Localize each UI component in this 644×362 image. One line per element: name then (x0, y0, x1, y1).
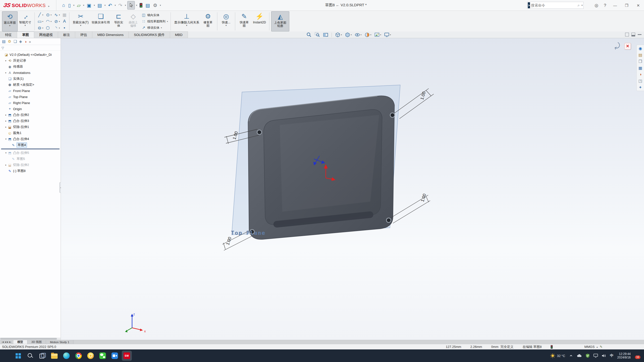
tree-item[interactable]: ▾⬒凸台-拉伸4 (0, 136, 61, 142)
view-settings-button[interactable]: ▾ (384, 32, 391, 38)
tab-solidworks-addins[interactable]: SOLIDWORKS 插件 (129, 31, 170, 38)
dimension-annotation[interactable] (394, 88, 434, 119)
ellipse-tool[interactable]: ⊘▾ (53, 18, 60, 25)
tree-item[interactable]: ▾⬒凸台-拉伸5 (0, 150, 61, 156)
open-file-button[interactable]: ▱ (76, 1, 82, 10)
search-taskbar-button[interactable] (25, 351, 35, 361)
home-button[interactable]: ⌂ (61, 1, 66, 10)
featuremanager-tab-icon[interactable]: ▤ (2, 39, 6, 44)
apply-scene-caret[interactable]: ▾ (380, 34, 381, 36)
panel-tabs-overflow-chevron[interactable]: » (29, 39, 31, 44)
open-file-caret[interactable]: ▾ (82, 4, 85, 7)
move-entities-caret[interactable]: ▾ (161, 27, 162, 29)
rebuild-button[interactable] (138, 1, 144, 10)
tree-item[interactable]: ✎草图5 (0, 156, 61, 162)
trim-entities-button[interactable]: ✂ 剪裁实体(T) ▾ (71, 11, 90, 31)
expand-arrow-icon[interactable]: ▸ (4, 114, 8, 116)
expand-arrow-icon[interactable]: ▾ (4, 138, 8, 140)
tree-item[interactable]: ✎草图4 (0, 142, 61, 148)
ellipse-caret[interactable]: ▾ (59, 20, 60, 23)
dimension-value[interactable]: 1.00 (225, 236, 232, 246)
save-button[interactable]: ▣ (86, 1, 93, 10)
tree-item[interactable]: ▸⬓切除-拉伸1 (0, 124, 61, 130)
line-caret[interactable]: ▾ (42, 14, 43, 16)
undo-caret[interactable]: ▾ (114, 4, 117, 7)
exit-sketch-button[interactable]: ⟲ 退出草图 ▾ (2, 11, 18, 31)
design-library-icon[interactable]: ▤ (638, 53, 642, 57)
tab-mbd-dimensions[interactable]: MBD Dimensions (92, 31, 129, 38)
onedrive-cloud-icon[interactable] (577, 354, 582, 358)
tree-filter-row[interactable]: ▽ (0, 45, 61, 51)
tree-item[interactable]: ▸AAnnotations (0, 70, 61, 76)
expand-arrow-icon[interactable]: ▸ (4, 120, 8, 122)
sketch-fillet-tool[interactable]: ◝▾ (53, 25, 60, 31)
display-style-caret[interactable]: ▾ (351, 34, 352, 36)
pane-split-icon[interactable] (625, 33, 629, 36)
view-orientation-button[interactable]: ▾ (335, 32, 342, 38)
help-icon[interactable]: ? (601, 3, 609, 8)
tab-model[interactable]: 模型 (13, 340, 27, 344)
configurationmanager-tab-icon[interactable]: ❏ (14, 39, 17, 44)
quick-sketch-button[interactable]: ✎ 快速草图 (237, 11, 252, 31)
section-view-button[interactable] (323, 32, 329, 38)
security-shield-icon[interactable] (586, 353, 590, 358)
view-palette-icon[interactable]: ▦ (638, 66, 642, 70)
forum-icon[interactable]: ✦ (639, 85, 642, 90)
speaker-icon[interactable] (602, 354, 606, 358)
tab-3d-views[interactable]: 3D 视图 (27, 340, 46, 344)
slot-tool[interactable]: ⊖▾ (36, 25, 44, 31)
notification-center-button[interactable]: 16 (634, 352, 641, 359)
offset-entities-button[interactable]: ⊏ 等距实体 (111, 11, 126, 31)
appearances-icon[interactable]: ◑ (639, 72, 642, 77)
smart-dimension-button[interactable]: ↔ 智能尺寸 ▾ (18, 11, 33, 31)
tree-item[interactable]: ⌖Origin (0, 106, 61, 112)
search-input[interactable] (531, 3, 577, 7)
search-box[interactable]: > ⌕ ▾ (527, 2, 584, 9)
dimxpertmanager-tab-icon[interactable]: ◈ (19, 39, 22, 44)
model-scene[interactable]: 1.00 1.00 1.00 1.00 Top Plane z x (61, 38, 644, 340)
print-caret[interactable]: ▾ (104, 4, 106, 7)
search-icon[interactable]: ⌕ (577, 3, 581, 8)
edit-appearance-caret[interactable]: ▾ (370, 34, 371, 36)
tab-scroll-first-icon[interactable]: |◀ (2, 341, 4, 343)
options-button[interactable]: ⚙ (152, 1, 158, 10)
new-file-caret[interactable]: ▾ (72, 4, 75, 7)
tab-scroll-last-icon[interactable]: ▶| (9, 341, 11, 343)
units-caret-icon[interactable]: ▴ (597, 346, 598, 348)
tree-item[interactable]: ◪V2.0 (Default) <<Default>_Di (0, 52, 61, 58)
weather-widget[interactable]: 32 °C (550, 353, 565, 358)
select-tool-button[interactable] (127, 1, 135, 10)
tree-item[interactable]: ◵圆角1 (0, 130, 61, 136)
tree-item[interactable]: ◉传感器 (0, 64, 61, 70)
file-properties-button[interactable]: ▤ (144, 1, 151, 10)
line-tool[interactable]: ╱▾ (36, 12, 44, 18)
hide-show-items-button[interactable]: ▾ (354, 32, 362, 38)
dimension-value[interactable]: 1.00 (420, 91, 427, 100)
confirm-exit-sketch-icon[interactable]: ⤾ (613, 41, 622, 51)
arc-tool[interactable]: ◠▾ (45, 18, 52, 25)
tree-item[interactable]: ▸⬒凸台-拉伸2 (0, 112, 61, 118)
edit-appearance-button[interactable]: ▾ (364, 32, 372, 38)
pane-preview-icon[interactable] (631, 33, 635, 36)
convert-entities-button[interactable]: ❏ 转换实体引用 (90, 11, 111, 31)
tab-scroll-next-icon[interactable]: ▶ (7, 341, 8, 343)
resources-icon[interactable]: ◉ (639, 46, 642, 51)
tab-features[interactable]: 特征 (0, 31, 17, 38)
shaded-sketch-contours-button[interactable]: ◭ 上色草图轮廓 (271, 11, 289, 31)
sketch-fillet-caret[interactable]: ▾ (59, 27, 60, 29)
expand-arrow-icon[interactable]: ▸ (4, 71, 8, 74)
display-relations-button[interactable]: ⊥ 显示/删除几何关系 ▾ (173, 11, 200, 31)
rectangle-tool[interactable]: ▭▾ (36, 18, 44, 25)
chrome-taskbar-button[interactable] (73, 351, 84, 361)
smart-dimension-caret[interactable]: ▾ (25, 24, 26, 27)
tree-item[interactable]: ❏实体(1) (0, 76, 61, 82)
displaymanager-tab-icon[interactable]: ◑ (24, 39, 27, 44)
exit-sketch-caret[interactable]: ▾ (9, 24, 11, 27)
browser-taskbar-button[interactable] (61, 351, 71, 361)
wechat-taskbar-button[interactable] (98, 351, 108, 361)
move-entities-button[interactable]: ↗移动实体▾ (141, 25, 168, 31)
display-icon[interactable] (593, 354, 598, 358)
restore-button[interactable]: ❐ (621, 0, 632, 11)
spline-caret[interactable]: ▾ (59, 14, 60, 16)
tree-item[interactable]: ✎(-) 草图8 (0, 168, 61, 174)
